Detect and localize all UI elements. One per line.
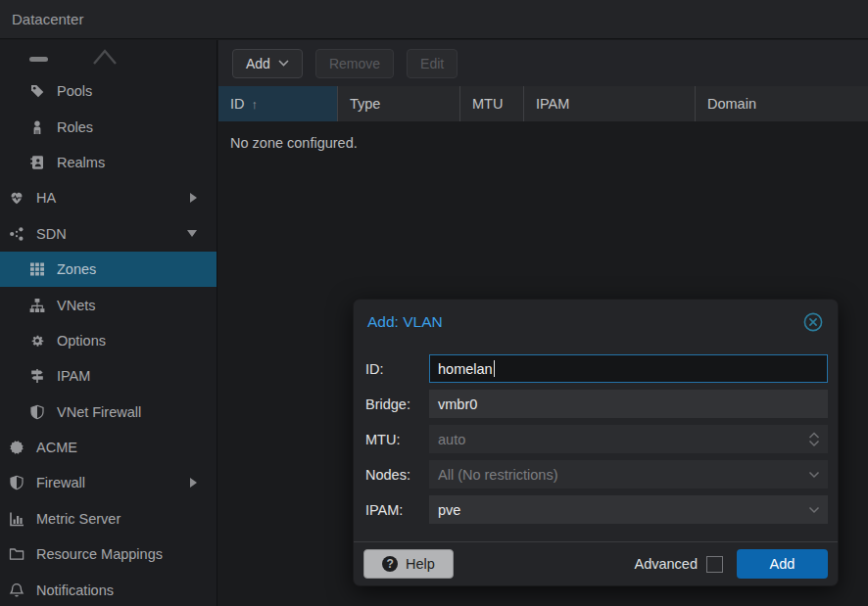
expander-down-icon[interactable] (187, 230, 197, 237)
dialog-header[interactable]: Add: VLAN (354, 300, 838, 344)
map-signs-icon (28, 368, 45, 385)
column-label: Domain (707, 96, 756, 112)
expander-right-icon[interactable] (190, 193, 197, 203)
partial-item-icon (29, 57, 48, 62)
grid-column-headers: ID↑TypeMTUIPAMDomain (218, 86, 868, 121)
ipam--field[interactable]: pve (429, 495, 828, 524)
column-header-ipam[interactable]: IPAM (524, 86, 696, 121)
sidebar-item-label: ACME (36, 440, 77, 455)
bar-chart-icon (8, 510, 24, 527)
grid-icon (28, 261, 45, 278)
spinner-up-down-icon[interactable] (808, 426, 820, 452)
close-icon[interactable] (802, 311, 824, 333)
certificate-icon (8, 440, 24, 456)
sidebar-item-label: SDN (36, 226, 67, 242)
sidebar-item-acme[interactable]: ACME (0, 430, 217, 465)
sort-ascending-icon: ↑ (252, 97, 259, 112)
dialog-form: ID:homelanBridge:vmbr0MTU:autoNodes:All … (354, 344, 838, 524)
advanced-label: Advanced (635, 556, 699, 572)
sidebar-item-vnets[interactable]: VNets (0, 287, 217, 322)
column-label: Type (350, 96, 380, 112)
remove-button-label: Remove (329, 56, 380, 71)
sidebar-item-options[interactable]: Options (0, 323, 217, 358)
form-row-id-: ID:homelan (365, 354, 828, 383)
chevron-down-icon (278, 60, 289, 67)
chevron-down-icon[interactable] (808, 496, 820, 523)
network-nodes-icon (8, 225, 24, 242)
add-vlan-dialog: Add: VLAN ID:homelanBridge:vmbr0MTU:auto… (353, 299, 839, 586)
add-button[interactable]: Add (232, 49, 303, 78)
column-label: MTU (472, 96, 503, 112)
help-button-label: Help (406, 556, 435, 572)
sidebar-item-label: Notifications (36, 583, 114, 598)
grid-empty-text: No zone configured. (218, 121, 868, 151)
chevron-up-icon (90, 42, 120, 71)
id--field[interactable]: homelan (429, 354, 828, 383)
proxmox-datacenter-view: Datacenter PoolsRolesRealmsHASDNZonesVNe… (0, 0, 868, 606)
sidebar-item-label: HA (36, 190, 56, 206)
sidebar-item-label: Firewall (36, 475, 85, 490)
nodes--field[interactable]: All (No restrictions) (429, 460, 828, 489)
sidebar-item-label: Resource Mappings (36, 546, 163, 562)
sidebar-item-metric-server[interactable]: Metric Server (0, 501, 217, 536)
sidebar-item-resource-mappings[interactable]: Resource Mappings (0, 536, 217, 572)
sidebar-item-ha[interactable]: HA (0, 180, 217, 215)
question-circle-icon: ? (382, 556, 398, 572)
column-header-id[interactable]: ID↑ (218, 86, 338, 121)
sidebar-item-label: IPAM (57, 368, 90, 384)
expander-right-icon[interactable] (190, 478, 197, 488)
field-value: auto (438, 432, 465, 447)
chevron-down-icon[interactable] (808, 461, 820, 488)
column-header-domain[interactable]: Domain (696, 86, 868, 121)
text-cursor (494, 360, 495, 377)
sidebar-item-roles[interactable]: Roles (0, 109, 217, 144)
field-label: ID: (365, 361, 429, 377)
column-label: IPAM (536, 96, 569, 112)
dialog-title: Add: VLAN (367, 313, 802, 331)
shield-icon (8, 475, 24, 491)
form-row-nodes-: Nodes:All (No restrictions) (365, 460, 828, 489)
form-row-bridge-: Bridge:vmbr0 (365, 390, 828, 418)
field-value: All (No restrictions) (438, 467, 557, 483)
user-icon (28, 118, 45, 135)
sidebar-item-realms[interactable]: Realms (0, 145, 217, 180)
heartbeat-icon (8, 190, 24, 207)
remove-button[interactable]: Remove (315, 49, 394, 78)
dialog-footer: ? Help Advanced Add (354, 541, 838, 585)
mtu--field[interactable]: auto (429, 425, 828, 453)
add-button-label: Add (246, 56, 270, 71)
sidebar-item-ipam[interactable]: IPAM (0, 358, 217, 394)
shield-icon (28, 403, 45, 420)
field-label: IPAM: (365, 502, 429, 518)
form-row-mtu-: MTU:auto (365, 425, 828, 453)
dialog-add-button[interactable]: Add (737, 549, 828, 579)
sidebar-list: PoolsRolesRealmsHASDNZonesVNetsOptionsIP… (0, 73, 217, 606)
sidebar-item-label: Zones (57, 261, 96, 277)
sidebar-item-pools[interactable]: Pools (0, 73, 217, 109)
field-label: Bridge: (365, 396, 429, 412)
sidebar-item-vnet-firewall[interactable]: VNet Firewall (0, 395, 217, 430)
field-label: Nodes: (365, 467, 429, 483)
sidebar-navigation: PoolsRolesRealmsHASDNZonesVNetsOptionsIP… (0, 40, 217, 606)
bridge--field[interactable]: vmbr0 (429, 390, 828, 418)
tag-icon (28, 83, 45, 100)
sidebar-item-firewall[interactable]: Firewall (0, 465, 217, 500)
sidebar-item-label: VNets (57, 298, 96, 313)
sidebar-partial-scrolled-item[interactable] (0, 40, 217, 73)
sidebar-item-zones[interactable]: Zones (0, 252, 217, 287)
column-header-mtu[interactable]: MTU (460, 86, 524, 121)
bell-icon (8, 582, 24, 598)
column-header-type[interactable]: Type (338, 86, 460, 121)
sidebar-item-notifications[interactable]: Notifications (0, 572, 217, 606)
field-value: pve (438, 502, 460, 518)
form-row-ipam-: IPAM:pve (365, 495, 828, 524)
sidebar-item-sdn[interactable]: SDN (0, 216, 217, 252)
zones-toolbar: Add Remove Edit (218, 40, 868, 86)
sidebar-item-label: VNet Firewall (57, 404, 141, 420)
advanced-checkbox[interactable] (706, 556, 723, 573)
sidebar-item-label: Roles (57, 119, 93, 135)
sidebar-item-label: Metric Server (36, 511, 121, 527)
field-label: MTU: (365, 432, 429, 447)
edit-button[interactable]: Edit (407, 49, 458, 78)
help-button[interactable]: ? Help (363, 549, 454, 579)
